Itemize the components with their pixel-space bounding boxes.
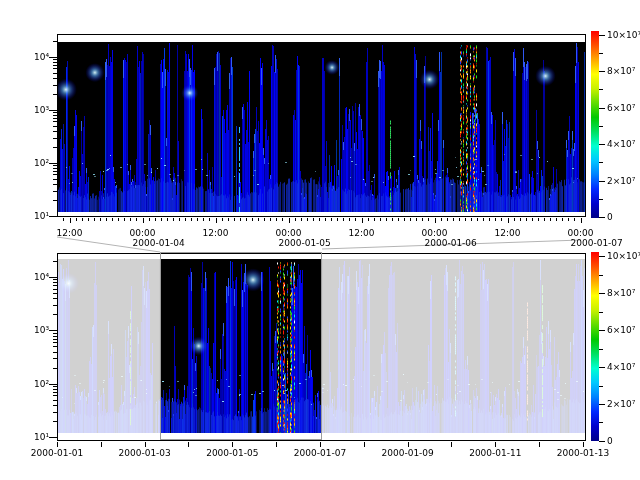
detail-x-minor-tick bbox=[349, 218, 350, 221]
context-y-minor-tick bbox=[53, 386, 57, 387]
context-colorbar-major-tick bbox=[599, 330, 605, 331]
detail-x-minor-tick bbox=[82, 218, 83, 221]
detail-x-minor-tick bbox=[295, 218, 296, 221]
detail-x-minor-tick bbox=[483, 218, 484, 221]
detail-colorbar-major-tick bbox=[599, 217, 605, 218]
detail-y-minor-tick bbox=[53, 174, 57, 175]
detail-x-minor-tick bbox=[149, 218, 150, 221]
detail-x-time-label: 00:00 bbox=[410, 228, 460, 238]
context-x-date-label: 2000-01-13 bbox=[552, 448, 614, 458]
context-x-date-label: 2000-01-07 bbox=[289, 448, 351, 458]
detail-y-minor-tick bbox=[53, 65, 57, 66]
detail-x-minor-tick bbox=[252, 218, 253, 221]
detail-y-minor-tick bbox=[53, 171, 57, 172]
context-colorbar-minor-tick bbox=[599, 312, 603, 313]
detail-y-major-tick bbox=[49, 110, 57, 111]
context-x-date-label: 2000-01-03 bbox=[114, 448, 176, 458]
detail-y-minor-tick bbox=[53, 68, 57, 69]
detail-x-minor-tick bbox=[544, 218, 545, 221]
detail-x-minor-tick bbox=[136, 218, 137, 221]
detail-x-minor-tick bbox=[459, 218, 460, 221]
detail-x-time-label: 12:00 bbox=[45, 228, 95, 238]
detail-y-minor-tick bbox=[53, 200, 57, 201]
detail-x-major-tick bbox=[143, 218, 144, 223]
detail-x-minor-tick bbox=[514, 218, 515, 221]
detail-x-minor-tick bbox=[203, 218, 204, 221]
detail-x-minor-tick bbox=[520, 218, 521, 221]
detail-x-minor-tick bbox=[410, 218, 411, 221]
detail-x-minor-tick bbox=[404, 218, 405, 221]
detail-x-minor-tick bbox=[374, 218, 375, 221]
time-range-selection-box[interactable] bbox=[160, 252, 322, 440]
detail-x-minor-tick bbox=[501, 218, 502, 221]
detail-x-date-label: 2000-01-04 bbox=[133, 238, 195, 248]
detail-x-minor-tick bbox=[343, 218, 344, 221]
detail-y-major-tick bbox=[49, 163, 57, 164]
detail-y-minor-tick bbox=[53, 121, 57, 122]
detail-x-minor-tick bbox=[441, 218, 442, 221]
detail-x-time-label: 12:00 bbox=[191, 228, 241, 238]
detail-x-minor-tick bbox=[538, 218, 539, 221]
detail-colorbar-major-tick bbox=[599, 71, 605, 72]
context-y-minor-tick bbox=[53, 293, 57, 294]
context-x-tick bbox=[320, 442, 321, 447]
detail-y-minor-tick bbox=[53, 115, 57, 116]
detail-y-minor-tick bbox=[53, 184, 57, 185]
context-colorbar-minor-tick bbox=[599, 275, 603, 276]
detail-x-minor-tick bbox=[562, 218, 563, 221]
context-y-minor-tick bbox=[53, 289, 57, 290]
detail-x-minor-tick bbox=[234, 218, 235, 221]
detail-x-minor-tick bbox=[173, 218, 174, 221]
context-colorbar-minor-tick bbox=[599, 386, 603, 387]
detail-x-time-label: 12:00 bbox=[337, 228, 387, 238]
context-y-major-tick bbox=[49, 330, 57, 331]
detail-colorbar-major-tick bbox=[599, 181, 605, 182]
detail-x-minor-tick bbox=[550, 218, 551, 221]
context-y-minor-tick bbox=[53, 298, 57, 299]
detail-x-minor-tick bbox=[319, 218, 320, 221]
detail-x-time-label: 00:00 bbox=[556, 228, 606, 238]
detail-x-minor-tick bbox=[161, 218, 162, 221]
context-x-date-label: 2000-01-09 bbox=[377, 448, 439, 458]
detail-x-major-tick bbox=[362, 218, 363, 223]
detail-y-minor-tick bbox=[53, 78, 57, 79]
detail-x-minor-tick bbox=[526, 218, 527, 221]
detail-x-minor-tick bbox=[422, 218, 423, 221]
detail-x-minor-tick bbox=[282, 218, 283, 221]
detail-x-minor-tick bbox=[313, 218, 314, 221]
detail-x-time-label: 12:00 bbox=[483, 228, 533, 238]
detail-y-minor-tick bbox=[53, 138, 57, 139]
detail-y-minor-tick bbox=[53, 94, 57, 95]
detail-x-minor-tick bbox=[471, 218, 472, 221]
detail-y-minor-tick bbox=[53, 112, 57, 113]
context-y-tick-label: 10¹ bbox=[7, 432, 49, 442]
detail-y-minor-tick bbox=[53, 118, 57, 119]
context-y-tick-label: 10² bbox=[7, 379, 49, 389]
context-colorbar-tick-label: 8×10⁷ bbox=[607, 288, 640, 298]
detail-colorbar-minor-tick bbox=[599, 53, 603, 54]
detail-colorbar-tick-label: 0 bbox=[607, 212, 640, 222]
detail-colorbar-tick-label: 6×10⁷ bbox=[607, 103, 640, 113]
detail-x-minor-tick bbox=[398, 218, 399, 221]
detail-x-major-tick bbox=[70, 218, 71, 223]
context-y-minor-tick bbox=[53, 395, 57, 396]
detail-colorbar-minor-tick bbox=[599, 162, 603, 163]
detail-x-minor-tick bbox=[88, 218, 89, 221]
context-colorbar-tick-label: 6×10⁷ bbox=[607, 325, 640, 335]
detail-y-minor-tick bbox=[53, 126, 57, 127]
detail-x-minor-tick bbox=[325, 218, 326, 221]
detail-x-minor-tick bbox=[489, 218, 490, 221]
detail-x-minor-tick bbox=[100, 218, 101, 221]
context-y-major-tick bbox=[49, 277, 57, 278]
context-y-minor-tick bbox=[53, 389, 57, 390]
detail-colorbar-minor-tick bbox=[599, 126, 603, 127]
context-x-tick bbox=[495, 442, 496, 447]
detail-x-major-tick bbox=[216, 218, 217, 223]
detail-x-major-tick bbox=[508, 218, 509, 223]
detail-x-major-tick bbox=[289, 218, 290, 223]
detail-x-minor-tick bbox=[307, 218, 308, 221]
context-x-tick bbox=[101, 442, 102, 447]
detail-x-minor-tick bbox=[447, 218, 448, 221]
context-colorbar-minor-tick bbox=[599, 422, 603, 423]
context-y-minor-tick bbox=[53, 333, 57, 334]
